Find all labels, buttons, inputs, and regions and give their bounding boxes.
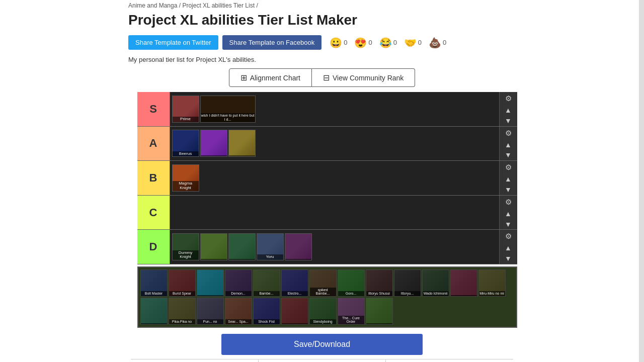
pool-label-0: Bolt Master	[141, 291, 167, 296]
arrow-up-a[interactable]: ▲	[503, 140, 514, 150]
pool-label-17: Shock Fist	[254, 319, 280, 324]
pool-item-14[interactable]: Pika-Pika no	[169, 298, 196, 325]
tier-content-c[interactable]	[170, 196, 499, 230]
pool-label-11	[451, 295, 477, 296]
breadcrumb: Anime and Manga / Project XL abilities T…	[0, 0, 644, 10]
share-bar: Share Template on Twitter Share Template…	[0, 33, 644, 54]
gear-button-b[interactable]: ⚙	[503, 161, 514, 174]
pool-item-19[interactable]: Slendyboing	[309, 298, 337, 325]
reaction-love[interactable]: 😍 0	[354, 37, 372, 49]
tier-content-d[interactable]: Dummy Knight Yoru	[170, 230, 499, 264]
pool-item-18[interactable]	[281, 298, 308, 325]
bottom-actions: Presentation Mode Reset Change Backgroun…	[131, 359, 513, 362]
arrow-down-s[interactable]: ▼	[503, 116, 514, 126]
char-thumb[interactable]: Prime	[172, 96, 199, 123]
pool-label-12: Miru-Miru no mi	[479, 291, 505, 296]
pool-label-3: Demon...	[225, 291, 252, 296]
pool-item-8[interactable]: Ittoryu Shusui	[366, 269, 393, 297]
char-thumb-d3[interactable]	[228, 233, 256, 260]
pool-label-20: The... Cure Order	[338, 316, 364, 324]
pool-item-4[interactable]: Bambe...	[253, 269, 280, 297]
arrows-s: ▲ ▼	[503, 105, 514, 126]
arrow-up-b[interactable]: ▲	[503, 174, 514, 185]
char-label: Prime	[173, 117, 199, 122]
reaction-poop[interactable]: 💩 0	[429, 37, 446, 49]
happy-emoji: 😀	[330, 37, 342, 49]
save-bar: Save/Download	[0, 334, 644, 355]
tier-content-s[interactable]: Prime wish I didn't have to put it here …	[170, 92, 499, 126]
tab-alignment[interactable]: ⊞ Alignment Chart	[229, 68, 312, 87]
alignment-icon: ⊞	[240, 73, 247, 82]
pool-item-21[interactable]	[366, 298, 393, 325]
pool-label-9: Ittoryu...	[394, 291, 421, 296]
pool-item-17[interactable]: Shock Fist	[253, 298, 280, 325]
pool-item-9[interactable]: Ittoryu...	[394, 269, 421, 297]
reset-button[interactable]: Reset	[259, 359, 386, 362]
pool-item-1[interactable]: Burst Spear	[169, 269, 196, 297]
tier-controls-a: ⚙ ▲ ▼	[499, 127, 517, 161]
pool-item-3[interactable]: Demon...	[225, 269, 252, 297]
pool-item-0[interactable]: Bolt Master	[140, 269, 168, 297]
char-thumb-b1[interactable]: Magma Knight	[172, 164, 199, 192]
tier-content-a[interactable]: Beerus	[170, 127, 499, 161]
share-facebook-button[interactable]: Share Template on Facebook	[222, 35, 322, 50]
char-thumb-d2[interactable]	[200, 233, 227, 260]
pool-item-7[interactable]: Goro...	[338, 269, 365, 297]
change-bg-button[interactable]: Change Background Color	[386, 359, 513, 362]
char-thumb-a1[interactable]: Beerus	[172, 130, 199, 157]
char-thumb-d1[interactable]: Dummy Knight	[172, 233, 199, 260]
reaction-laugh[interactable]: 😂 0	[379, 37, 397, 49]
tier-label-a: A	[137, 127, 170, 161]
breadcrumb-link-tierlist[interactable]: Project XL abilities Tier List	[182, 2, 255, 9]
arrow-up-c[interactable]: ▲	[503, 209, 514, 219]
pool-item-6[interactable]: spiked Bambe...	[309, 269, 337, 297]
pool-item-12[interactable]: Miru-Miru no mi	[478, 269, 506, 297]
char-thumb-text[interactable]: wish I didn't have to put it here but I …	[200, 96, 256, 123]
pool-item-11[interactable]	[450, 269, 477, 297]
presentation-mode-button[interactable]: Presentation Mode	[131, 359, 259, 362]
tab-community[interactable]: ⊟ View Community Rank	[312, 68, 415, 87]
char-thumb-a3[interactable]	[228, 130, 256, 157]
arrow-up-d[interactable]: ▲	[503, 243, 514, 253]
pool-item-20[interactable]: The... Cure Order	[338, 298, 365, 325]
reaction-happy[interactable]: 😀 0	[330, 37, 347, 49]
pool-item-2[interactable]	[197, 269, 224, 297]
item-pool[interactable]: Bolt Master Burst Spear Demon... Bambe..…	[137, 266, 517, 328]
pool-item-10[interactable]: Wado Ichimonii	[422, 269, 449, 297]
love-count: 0	[368, 39, 372, 46]
gear-button-d[interactable]: ⚙	[503, 230, 514, 243]
tier-row-b: B Magma Knight ⚙ ▲ ▼	[137, 161, 517, 196]
pool-label-14: Pika-Pika no	[169, 319, 195, 324]
gear-button-a[interactable]: ⚙	[503, 127, 514, 140]
arrow-up-s[interactable]: ▲	[503, 105, 514, 116]
gear-button-s[interactable]: ⚙	[503, 92, 514, 105]
laugh-count: 0	[393, 39, 397, 46]
char-thumb-a2[interactable]	[200, 130, 227, 157]
save-download-button[interactable]: Save/Download	[221, 334, 423, 355]
poop-count: 0	[443, 39, 446, 46]
char-label-d5	[285, 259, 311, 260]
char-label-d2	[201, 259, 227, 260]
arrow-down-c[interactable]: ▼	[503, 219, 514, 230]
tier-controls-c: ⚙ ▲ ▼	[499, 196, 517, 230]
arrow-down-b[interactable]: ▼	[503, 185, 514, 195]
page-scrollbar[interactable]	[639, 0, 644, 362]
tier-row-c: C ⚙ ▲ ▼	[137, 196, 517, 230]
tier-content-b[interactable]: Magma Knight	[170, 161, 499, 195]
alignment-tab-label: Alignment Chart	[250, 74, 300, 82]
char-thumb-d4[interactable]: Yoru	[257, 233, 284, 260]
pool-item-5[interactable]: Electro...	[281, 269, 308, 297]
arrow-down-d[interactable]: ▼	[503, 253, 514, 264]
pool-item-16[interactable]: Sear... Spa...	[225, 298, 252, 325]
share-twitter-button[interactable]: Share Template on Twitter	[128, 35, 218, 50]
char-thumb-d5[interactable]	[285, 233, 312, 260]
breadcrumb-link-anime[interactable]: Anime and Manga	[128, 2, 177, 9]
gear-button-c[interactable]: ⚙	[503, 196, 514, 209]
tabs-bar: ⊞ Alignment Chart ⊟ View Community Rank	[0, 68, 644, 87]
tier-label-s: S	[137, 92, 170, 126]
reaction-hands[interactable]: 🤝 0	[404, 37, 422, 49]
arrow-down-a[interactable]: ▼	[503, 150, 514, 160]
pool-item-15[interactable]: Pun... no	[197, 298, 224, 325]
pool-item-13[interactable]	[140, 298, 168, 325]
tier-controls-s: ⚙ ▲ ▼	[499, 92, 517, 126]
